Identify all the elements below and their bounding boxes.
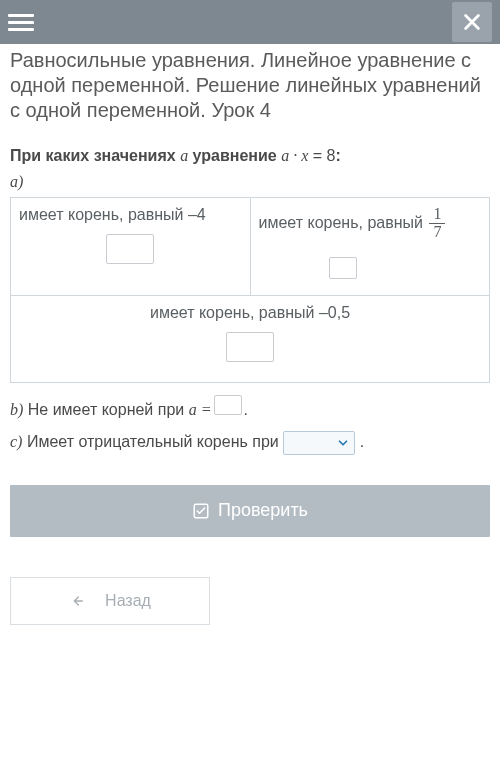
content-area: Равносильные уравнения. Линейное уравнен… (0, 44, 500, 455)
lesson-title: Равносильные уравнения. Линейное уравнен… (10, 48, 490, 123)
header-bar (0, 0, 500, 44)
close-button[interactable] (452, 2, 492, 42)
cell-root-minus4: имеет корень, равный –4 (11, 198, 251, 295)
checkbox-icon (192, 502, 210, 520)
part-a-grid: имеет корень, равный –4 имеет корень, ра… (10, 197, 490, 383)
back-button[interactable]: Назад (10, 577, 210, 625)
check-button[interactable]: Проверить (10, 485, 490, 537)
part-b-text: Не имеет корней при (28, 401, 184, 418)
part-c-text: Имеет отрицательный корень при (27, 433, 279, 450)
part-c-line: c) Имеет отрицательный корень при . (10, 431, 490, 455)
check-button-label: Проверить (218, 500, 308, 521)
cell3-text: имеет корень, равный –0,5 (19, 304, 481, 322)
fraction-1-7: 1 7 (429, 206, 445, 241)
cell-root-minus05: имеет корень, равный –0,5 (11, 295, 489, 382)
part-b-var: a = (189, 401, 212, 418)
answer-input-a3[interactable] (226, 332, 274, 362)
cell1-text: имеет корень, равный –4 (19, 206, 242, 224)
question-stem: При каких значениях a уравнение a · x = … (10, 147, 490, 165)
answer-select-c[interactable] (283, 431, 355, 455)
answer-input-a1[interactable] (106, 234, 154, 264)
part-b-line: b) Не имеет корней при a =. (10, 395, 490, 419)
part-b-label: b) (10, 401, 23, 418)
chevron-down-icon (336, 436, 350, 450)
cell2-text: имеет корень, равный (259, 214, 423, 231)
arrow-left-icon (69, 593, 85, 609)
hamburger-menu-icon[interactable] (8, 14, 34, 31)
back-button-label: Назад (105, 592, 151, 610)
cell-root-1over7: имеет корень, равный 1 7 (251, 198, 490, 295)
part-c-label: c) (10, 433, 22, 450)
answer-input-a2[interactable] (329, 257, 357, 279)
close-icon (461, 11, 483, 33)
part-a-label: a) (10, 173, 490, 191)
answer-input-b[interactable] (214, 395, 242, 415)
